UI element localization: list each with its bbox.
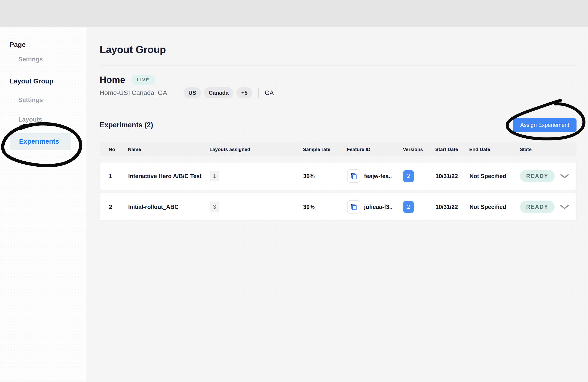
expand-row-button[interactable] xyxy=(560,174,569,179)
sidebar: Page Settings Layout Group Settings Layo… xyxy=(0,27,86,382)
versions-badge[interactable]: 2 xyxy=(403,201,414,213)
col-state: State xyxy=(520,147,560,152)
tag-separator xyxy=(258,88,259,98)
chevron-down-icon xyxy=(560,174,569,179)
copy-feature-id-button[interactable] xyxy=(347,200,360,214)
versions-badge[interactable]: 2 xyxy=(403,170,414,182)
top-app-bar xyxy=(0,0,588,27)
state-badge: READY xyxy=(520,201,555,213)
nav-section-page: Page xyxy=(10,41,25,48)
col-name: Name xyxy=(128,147,210,152)
cell-no: 1 xyxy=(109,173,128,180)
experiments-heading: Experiments (2) xyxy=(100,121,153,129)
region-tags: US Canada +5 xyxy=(184,87,252,98)
table-row: 1 Interactive Hero A/B/C Test 1 30% xyxy=(100,162,577,190)
group-name: Home xyxy=(100,75,125,85)
nav-item-settings-page[interactable]: Settings xyxy=(18,56,43,63)
region-tag-canada: Canada xyxy=(204,87,233,98)
col-versions: Versions xyxy=(403,147,435,152)
live-status-badge: LIVE xyxy=(131,75,155,85)
experiments-header: Experiments (2) Assign Experiement xyxy=(100,118,577,132)
nav-item-layouts[interactable]: Layouts xyxy=(18,116,42,123)
copy-icon xyxy=(350,172,358,180)
col-end-date: End Date xyxy=(469,147,520,152)
layouts-assigned-box: 3 xyxy=(210,202,219,212)
section-divider xyxy=(100,66,577,66)
cell-name: Initial-rollout_ABC xyxy=(128,204,210,210)
feature-id-text: feajw-fea.. xyxy=(364,173,392,180)
region-tag-more[interactable]: +5 xyxy=(236,87,252,98)
chevron-down-icon xyxy=(560,204,569,209)
stage-label: GA xyxy=(265,90,274,96)
cell-start-date: 10/31/22 xyxy=(436,173,469,180)
cell-feature-id: jufieaa-f3.. xyxy=(347,200,403,214)
nav-item-experiments[interactable]: Experiments xyxy=(10,133,71,150)
group-id: Home-US+Canada_GA xyxy=(100,89,167,96)
experiments-table: No Name Layouts assigned Sample rate Fea… xyxy=(100,142,577,221)
group-header: Home LIVE xyxy=(100,75,577,85)
nav-item-settings-layout-group[interactable]: Settings xyxy=(18,96,43,104)
cell-sample-rate: 30% xyxy=(303,204,347,210)
table-header-row: No Name Layouts assigned Sample rate Fea… xyxy=(100,142,577,156)
layouts-assigned-box: 1 xyxy=(210,171,219,181)
cell-start-date: 10/31/22 xyxy=(436,204,469,210)
cell-name: Interactive Hero A/B/C Test xyxy=(128,173,210,180)
state-badge: READY xyxy=(520,170,555,182)
assign-experiment-button[interactable]: Assign Experiement xyxy=(513,118,577,132)
feature-id-text: jufieaa-f3.. xyxy=(364,204,393,210)
group-meta-row: Home-US+Canada_GA US Canada +5 GA xyxy=(100,87,577,98)
col-layouts-assigned: Layouts assigned xyxy=(210,147,303,152)
region-tag-us: US xyxy=(184,87,201,98)
copy-feature-id-button[interactable] xyxy=(347,169,360,183)
app-shell: Page Settings Layout Group Settings Layo… xyxy=(0,27,588,382)
col-no: No xyxy=(109,147,128,152)
table-row: 2 Initial-rollout_ABC 3 30% xyxy=(100,193,577,221)
col-start-date: Start Date xyxy=(435,147,469,152)
col-feature-id: Feature ID xyxy=(347,147,403,152)
cell-sample-rate: 30% xyxy=(303,173,347,180)
cell-no: 2 xyxy=(109,204,128,210)
col-sample-rate: Sample rate xyxy=(303,147,347,152)
cell-end-date: Not Specified xyxy=(469,173,520,180)
main-content: Layout Group Home LIVE Home-US+Canada_GA… xyxy=(86,27,588,382)
nav-section-layout-group: Layout Group xyxy=(10,77,53,85)
cell-feature-id: feajw-fea.. xyxy=(347,169,403,183)
cell-end-date: Not Specified xyxy=(469,204,520,210)
expand-row-button[interactable] xyxy=(560,204,569,209)
copy-icon xyxy=(350,203,358,211)
page-title: Layout Group xyxy=(100,44,577,55)
